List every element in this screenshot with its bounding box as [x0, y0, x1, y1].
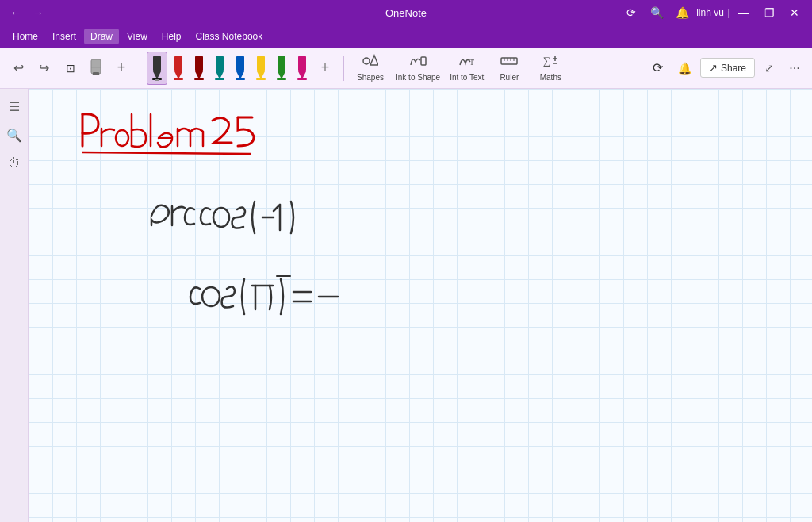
bell-toolbar-button[interactable]: 🔔	[673, 54, 697, 83]
arccos-line	[151, 202, 293, 233]
svg-rect-24	[277, 78, 286, 80]
svg-point-41	[116, 130, 128, 146]
svg-rect-22	[278, 56, 285, 71]
eraser-tool[interactable]	[84, 54, 108, 83]
sidebar-search-icon[interactable]: 🔍	[3, 124, 25, 146]
pen-blue[interactable]	[231, 52, 250, 84]
svg-line-42	[82, 152, 251, 154]
handwritten-content	[29, 89, 812, 522]
svg-rect-9	[174, 78, 183, 80]
menu-view[interactable]: View	[121, 29, 154, 44]
svg-rect-13	[216, 56, 224, 71]
shapes-icon	[362, 54, 378, 71]
close-button[interactable]: ✕	[783, 2, 806, 24]
ink-to-shape-button[interactable]: Ink to Shape	[392, 52, 444, 83]
svg-rect-6	[155, 79, 159, 81]
left-sidebar: ☰ 🔍 ⏱	[0, 89, 29, 522]
sep-2	[343, 56, 344, 81]
maths-icon: ∑	[542, 54, 559, 71]
cos-line	[190, 276, 338, 314]
ruler-icon	[500, 54, 518, 71]
more-options-button[interactable]: ···	[783, 57, 806, 79]
pen-red[interactable]	[169, 52, 188, 84]
sidebar-menu-icon[interactable]: ☰	[3, 95, 25, 117]
user-info: linh vu |	[696, 7, 730, 18]
app-title: OneNote	[385, 7, 427, 19]
share-label: Share	[721, 63, 746, 74]
pen-green[interactable]	[272, 52, 291, 84]
search-button[interactable]: 🔍	[645, 2, 668, 24]
redo-button[interactable]: ↪	[32, 54, 56, 83]
svg-rect-7	[174, 56, 182, 71]
svg-rect-19	[257, 56, 265, 71]
menu-help[interactable]: Help	[155, 29, 188, 44]
add-tool[interactable]: +	[109, 54, 133, 83]
svg-rect-1	[93, 72, 99, 75]
sidebar-history-icon[interactable]: ⏱	[3, 152, 25, 175]
ruler-label: Ruler	[500, 73, 519, 82]
svg-rect-12	[194, 78, 204, 80]
ink-to-shape-icon	[409, 54, 427, 71]
svg-rect-0	[91, 59, 101, 74]
svg-marker-29	[370, 56, 378, 65]
svg-rect-21	[256, 78, 266, 80]
pen-teal[interactable]	[210, 52, 229, 84]
forward-button[interactable]: →	[29, 3, 48, 22]
menu-bar: Home Insert Draw View Help Class Noteboo…	[0, 25, 812, 48]
canvas-svg	[29, 89, 812, 522]
lasso-tool[interactable]: ⊡	[59, 54, 82, 83]
shapes-button[interactable]: Shapes	[350, 52, 390, 83]
canvas-area[interactable]	[29, 89, 812, 522]
maths-button[interactable]: ∑ Maths	[530, 52, 570, 83]
pen-darkred[interactable]	[190, 52, 209, 84]
svg-point-45	[202, 287, 220, 306]
svg-rect-10	[195, 56, 203, 71]
ink-tools-group: Shapes Ink to Shape T Int to Text	[350, 52, 570, 83]
menu-class-notebook[interactable]: Class Notebook	[190, 29, 270, 44]
selection-tools: ⊡ +	[59, 54, 133, 83]
add-pen-button[interactable]: +	[313, 54, 337, 83]
menu-insert[interactable]: Insert	[46, 29, 82, 44]
menu-home[interactable]: Home	[6, 29, 44, 44]
back-button[interactable]: ←	[6, 3, 25, 22]
titlebar-controls: ⟳ 🔍 🔔 linh vu | — ❐ ✕	[620, 2, 806, 24]
svg-rect-15	[215, 78, 224, 80]
svg-point-28	[363, 58, 370, 64]
bell-button[interactable]: 🔔	[671, 2, 693, 24]
undo-button[interactable]: ↩	[6, 54, 30, 83]
title-bar: ← → OneNote ⟳ 🔍 🔔 linh vu | — ❐ ✕	[0, 0, 812, 25]
pen-black[interactable]	[147, 52, 167, 85]
menu-draw[interactable]: Draw	[84, 29, 119, 44]
toolbar-right: ⟳ 🔔 ↗ Share ⤢ ···	[646, 54, 806, 83]
svg-rect-3	[153, 56, 161, 71]
problem-heading	[82, 114, 254, 154]
svg-rect-16	[236, 56, 244, 71]
ruler-button[interactable]: Ruler	[489, 52, 529, 83]
svg-text:T: T	[469, 58, 474, 67]
titlebar-nav: ← →	[6, 3, 48, 22]
maths-label: Maths	[540, 73, 561, 82]
draw-toolbar: ↩ ↪ ⊡ +	[0, 48, 812, 89]
restore-button[interactable]: ❐	[758, 2, 780, 24]
svg-rect-18	[236, 78, 245, 80]
expand-button[interactable]: ⤢	[758, 57, 780, 79]
pen-yellow[interactable]	[251, 52, 270, 84]
ink-to-shape-label: Ink to Shape	[396, 73, 440, 82]
pen-pink[interactable]	[293, 52, 312, 84]
svg-rect-27	[297, 78, 307, 80]
shapes-label: Shapes	[357, 73, 384, 82]
ink-to-text-button[interactable]: T Int to Text	[446, 52, 488, 83]
svg-point-43	[213, 208, 229, 227]
ink-to-text-label: Int to Text	[450, 73, 484, 82]
pen-group: +	[147, 52, 337, 85]
app-layout: ☰ 🔍 ⏱	[0, 89, 812, 522]
share-icon: ↗	[709, 62, 718, 74]
minimize-button[interactable]: —	[733, 2, 755, 24]
sep-1	[140, 56, 140, 81]
svg-text:∑: ∑	[543, 55, 550, 67]
undo-redo-group: ↩ ↪	[6, 54, 56, 83]
share-button[interactable]: ↗ Share	[700, 58, 755, 78]
sync-button[interactable]: ⟳	[620, 2, 642, 24]
sync-toolbar-button[interactable]: ⟳	[646, 54, 670, 83]
svg-rect-32	[501, 58, 517, 64]
